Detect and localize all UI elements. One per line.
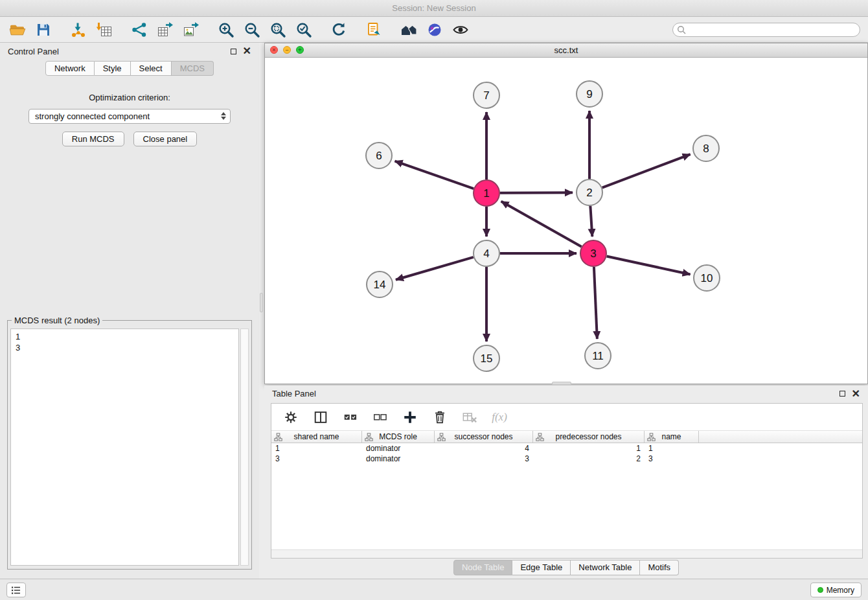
column-label: MCDS role bbox=[379, 432, 417, 441]
criterion-dropdown[interactable]: strongly connected component bbox=[29, 109, 231, 124]
table-tab-edge-table[interactable]: Edge Table bbox=[512, 560, 571, 575]
table-tab-node-table[interactable]: Node Table bbox=[453, 560, 513, 575]
eye-button[interactable] bbox=[451, 20, 470, 40]
node-2[interactable]: 2 bbox=[577, 179, 602, 205]
import-table-button[interactable] bbox=[95, 20, 114, 40]
share-network-button[interactable] bbox=[130, 20, 149, 40]
horizontal-splitter-grip[interactable] bbox=[552, 382, 571, 385]
node-15[interactable]: 15 bbox=[474, 345, 499, 371]
table-cell[interactable]: dominator bbox=[362, 454, 435, 464]
export-image-button[interactable] bbox=[181, 20, 201, 40]
save-button[interactable] bbox=[34, 20, 53, 40]
control-tab-select[interactable]: Select bbox=[131, 61, 172, 76]
edge-1-2[interactable] bbox=[500, 192, 573, 193]
vertical-splitter-grip[interactable] bbox=[260, 293, 263, 312]
zoom-window-icon[interactable]: + bbox=[296, 46, 304, 54]
toolbar-group bbox=[8, 20, 53, 40]
mcds-result-item[interactable]: 1 bbox=[16, 331, 234, 342]
column-header-successor-nodes[interactable]: successor nodes bbox=[435, 431, 533, 443]
edge-3-10[interactable] bbox=[607, 256, 691, 274]
column-type-icon bbox=[365, 433, 373, 441]
float-panel-icon[interactable] bbox=[231, 49, 236, 54]
edge-3-11[interactable] bbox=[594, 267, 597, 339]
table-cell[interactable]: dominator bbox=[362, 443, 435, 454]
import-network-button[interactable] bbox=[69, 20, 88, 40]
gear-button[interactable] bbox=[282, 408, 300, 426]
run-mcds-button[interactable]: Run MCDS bbox=[62, 132, 124, 146]
node-7[interactable]: 7 bbox=[474, 82, 499, 108]
table-cell[interactable]: 1 bbox=[645, 443, 699, 454]
zoom-fit-button[interactable] bbox=[268, 20, 288, 40]
toolbar-group bbox=[399, 20, 470, 40]
zoom-out-button[interactable] bbox=[242, 20, 262, 40]
edge-2-8[interactable] bbox=[602, 154, 691, 187]
table-tab-motifs[interactable]: Motifs bbox=[640, 560, 679, 575]
mcds-result-list[interactable]: 13 bbox=[10, 329, 239, 566]
control-tab-mcds[interactable]: MCDS bbox=[172, 61, 214, 76]
search-input[interactable] bbox=[672, 23, 860, 37]
columns-icon bbox=[313, 410, 328, 425]
window-title: Session: New Session bbox=[392, 3, 475, 13]
status-bar: Memory bbox=[0, 579, 868, 600]
column-header-predecessor-nodes[interactable]: predecessor nodes bbox=[533, 431, 645, 443]
deselect-all-button[interactable] bbox=[371, 408, 389, 426]
zoom-selected-button[interactable] bbox=[294, 20, 314, 40]
network-graph[interactable]: 7968124314101511 bbox=[265, 58, 867, 383]
column-header-mcds-role[interactable]: MCDS role bbox=[362, 431, 435, 443]
close-panel-button[interactable]: Close panel bbox=[133, 132, 198, 146]
edge-2-3[interactable] bbox=[590, 206, 592, 237]
table-cell[interactable]: 2 bbox=[533, 454, 645, 464]
control-tab-network[interactable]: Network bbox=[45, 61, 95, 76]
float-table-panel-icon[interactable] bbox=[839, 391, 845, 397]
mcds-result-scrollbar[interactable] bbox=[240, 329, 249, 566]
table-cell[interactable]: 3 bbox=[645, 454, 699, 464]
task-history-button[interactable] bbox=[6, 583, 26, 597]
table-cell[interactable]: 4 bbox=[435, 443, 533, 454]
minimize-window-icon[interactable]: – bbox=[283, 46, 291, 54]
style-button[interactable] bbox=[425, 20, 444, 40]
table-row[interactable]: 1dominator411 bbox=[271, 443, 862, 454]
refresh-button[interactable] bbox=[329, 20, 348, 40]
node-label: 8 bbox=[703, 143, 709, 155]
node-label: 3 bbox=[590, 248, 596, 260]
home-button[interactable] bbox=[399, 20, 418, 40]
clipboard-button[interactable] bbox=[364, 20, 383, 40]
table-cell[interactable]: 3 bbox=[271, 454, 362, 464]
delete-row-button[interactable] bbox=[431, 408, 449, 426]
column-header-shared-name[interactable]: shared name bbox=[271, 431, 362, 443]
columns-button[interactable] bbox=[312, 408, 330, 426]
table-row[interactable]: 3dominator323 bbox=[271, 454, 862, 464]
node-11[interactable]: 11 bbox=[585, 343, 611, 369]
node-3[interactable]: 3 bbox=[580, 240, 606, 266]
select-all-button[interactable] bbox=[341, 408, 360, 426]
export-table-button[interactable] bbox=[155, 20, 175, 40]
node-10[interactable]: 10 bbox=[694, 265, 720, 291]
table-cell[interactable]: 3 bbox=[435, 454, 533, 464]
table-cell[interactable]: 1 bbox=[271, 443, 362, 454]
table-cell[interactable]: 1 bbox=[533, 443, 645, 454]
open-folder-button[interactable] bbox=[8, 20, 27, 40]
table-header-row: shared nameMCDS rolesuccessor nodesprede… bbox=[271, 431, 862, 443]
node-14[interactable]: 14 bbox=[367, 271, 393, 297]
node-6[interactable]: 6 bbox=[366, 143, 392, 168]
zoom-in-button[interactable] bbox=[216, 20, 236, 40]
node-1[interactable]: 1 bbox=[474, 180, 499, 206]
edge-4-14[interactable] bbox=[396, 257, 474, 280]
control-tab-style[interactable]: Style bbox=[95, 61, 131, 76]
node-4[interactable]: 4 bbox=[474, 240, 499, 266]
close-panel-icon[interactable]: ✕ bbox=[243, 46, 251, 56]
node-9[interactable]: 9 bbox=[577, 81, 602, 107]
close-window-icon[interactable]: × bbox=[270, 46, 278, 54]
add-row-button[interactable] bbox=[401, 408, 419, 426]
function-icon: f(x) bbox=[492, 411, 507, 424]
edge-3-1[interactable] bbox=[501, 202, 582, 247]
node-8[interactable]: 8 bbox=[693, 135, 719, 161]
edge-1-6[interactable] bbox=[395, 161, 474, 189]
column-header-name[interactable]: name bbox=[645, 431, 699, 443]
memory-button[interactable]: Memory bbox=[810, 583, 862, 597]
close-table-panel-icon[interactable]: ✕ bbox=[852, 389, 860, 399]
table-horizontal-scrollbar[interactable] bbox=[271, 549, 862, 558]
table-tab-network-table[interactable]: Network Table bbox=[571, 560, 640, 575]
toolbar-group bbox=[216, 20, 314, 40]
mcds-result-item[interactable]: 3 bbox=[16, 342, 234, 353]
